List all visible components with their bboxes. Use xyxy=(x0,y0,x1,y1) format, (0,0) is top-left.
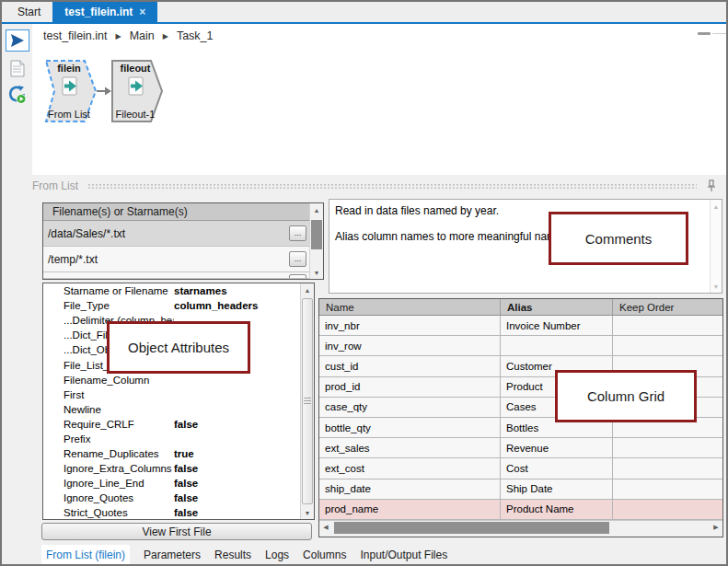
attributes-scrollbar[interactable]: ▲ ▼ xyxy=(300,283,314,519)
attribute-row[interactable]: Starname or Filenamestarnames xyxy=(43,283,300,298)
attribute-value: false xyxy=(174,419,300,430)
file-list-header-label: Filename(s) or Starname(s) xyxy=(52,205,188,218)
column-grid-hscrollbar[interactable]: ◀ ▶ xyxy=(319,520,722,535)
grid-cell xyxy=(501,336,613,355)
scroll-down-icon[interactable]: ▼ xyxy=(711,280,722,293)
column-header[interactable]: Keep Order xyxy=(613,299,722,315)
file-list-header[interactable]: Filename(s) or Starname(s) xyxy=(43,203,309,221)
attribute-row[interactable]: First xyxy=(43,387,300,402)
attribute-label: Filename_Column xyxy=(64,375,174,386)
grid-cell: ext_cost xyxy=(319,458,501,478)
column-header[interactable]: Alias xyxy=(501,299,613,315)
drag-grip[interactable] xyxy=(87,183,697,190)
bottom-tab[interactable]: Results xyxy=(214,549,251,561)
attribute-row[interactable]: Strict_Quotesfalse xyxy=(43,505,300,519)
grid-cell xyxy=(613,479,722,499)
attribute-row[interactable]: Ignore_Quotesfalse xyxy=(43,491,300,505)
attribute-row[interactable]: File_Typecolumn_headers xyxy=(43,298,300,313)
run-icon xyxy=(9,33,26,48)
grid-row[interactable]: prod_nameProduct Name xyxy=(319,500,722,520)
bottom-tab[interactable]: Input/Output Files xyxy=(360,549,447,561)
scrollbar-thumb[interactable] xyxy=(334,522,609,534)
node-fileout[interactable]: fileout Fileout-1 xyxy=(112,61,162,121)
grid-row[interactable]: ext_costCost xyxy=(319,458,722,479)
attribute-value: false xyxy=(174,507,300,518)
run-history-button[interactable] xyxy=(6,85,29,105)
splitter-line xyxy=(712,33,726,34)
attribute-label: Ignore_Extra_Columns xyxy=(64,463,174,474)
scroll-up-icon[interactable]: ▲ xyxy=(310,203,323,216)
attribute-row[interactable]: Newline xyxy=(43,402,300,417)
breadcrumb-item[interactable]: Task_1 xyxy=(177,29,214,42)
scroll-up-icon[interactable]: ▲ xyxy=(711,200,722,213)
attribute-label: Ignore_Quotes xyxy=(64,492,174,503)
attribute-value: false xyxy=(174,463,300,474)
file-list-table: Filename(s) or Starname(s) /data/Sales/*… xyxy=(42,202,324,280)
attribute-label: File_Type xyxy=(64,300,174,311)
document-tabbar: Starttest_filein.int× xyxy=(2,2,726,22)
bottom-tab[interactable]: From List (filein) xyxy=(41,545,130,565)
attribute-row[interactable]: Ignore_Line_Endfalse xyxy=(43,476,300,491)
document-tab[interactable]: test_filein.int× xyxy=(52,2,157,22)
scroll-down-icon[interactable]: ▼ xyxy=(301,506,314,519)
workflow-nodes: filein From List fileout Fileout-1 xyxy=(44,59,166,123)
attribute-label: Starname or Filename xyxy=(64,285,174,296)
bottom-tab[interactable]: Columns xyxy=(303,549,346,561)
attribute-label: Prefix xyxy=(64,433,174,445)
workflow-canvas[interactable]: filein From List fileout Fileout-1 xyxy=(32,48,726,175)
annotation-column-grid: Column Grid xyxy=(555,370,697,422)
node-name-label: Fileout-1 xyxy=(116,109,156,120)
close-icon[interactable]: × xyxy=(139,6,145,18)
file-row[interactable]: /data/Sales/*.txt... xyxy=(43,221,309,247)
grid-row[interactable]: ship_dateShip Date xyxy=(319,479,722,500)
node-type-label: filein xyxy=(57,63,81,74)
view-first-file-button[interactable]: View First File xyxy=(41,523,312,540)
column-grid-header: NameAliasKeep Order xyxy=(319,299,722,316)
attribute-label: Rename_Duplicates xyxy=(64,448,174,459)
breadcrumb-item[interactable]: test_filein.int xyxy=(43,29,107,42)
attribute-row[interactable]: Prefix xyxy=(43,432,300,446)
notes-button[interactable] xyxy=(6,58,29,78)
attribute-row[interactable]: Require_CRLFfalse xyxy=(43,417,300,432)
filename-cell: /data/Sales/*.txt xyxy=(43,227,289,240)
scroll-down-icon[interactable]: ▼ xyxy=(310,266,323,279)
attribute-label: Newline xyxy=(64,404,174,415)
breadcrumb-item[interactable]: Main xyxy=(130,29,155,42)
scrollbar-thumb[interactable] xyxy=(311,220,322,249)
panel-header[interactable]: From List xyxy=(2,177,726,195)
grid-cell: Revenue xyxy=(501,438,613,457)
grid-row[interactable]: inv_row xyxy=(319,336,722,356)
grid-cell: Cost xyxy=(501,458,613,478)
node-filein[interactable]: filein From List xyxy=(46,61,96,121)
run-history-icon xyxy=(7,85,28,105)
grid-cell: inv_row xyxy=(319,336,501,355)
attribute-value: column_headers xyxy=(174,300,300,311)
browse-button[interactable]: ... xyxy=(289,251,306,267)
file-row[interactable]: ... xyxy=(43,272,309,279)
scrollbar-thumb[interactable] xyxy=(302,298,313,504)
attribute-value: true xyxy=(174,448,300,459)
browse-button[interactable]: ... xyxy=(289,274,306,280)
browse-button[interactable]: ... xyxy=(289,225,306,241)
grid-row[interactable]: inv_nbrInvoice Number xyxy=(319,316,722,336)
scroll-right-icon[interactable]: ▶ xyxy=(710,521,722,535)
pin-icon[interactable] xyxy=(706,179,717,192)
attribute-row[interactable]: Ignore_Extra_Columnsfalse xyxy=(43,461,300,476)
file-list-rows: /data/Sales/*.txt.../temp/*.txt...... xyxy=(43,221,309,279)
attribute-row[interactable]: Rename_Duplicatestrue xyxy=(43,446,300,461)
file-row[interactable]: /temp/*.txt... xyxy=(43,247,309,272)
grid-row[interactable]: ext_salesRevenue xyxy=(319,438,722,458)
scroll-up-icon[interactable]: ▲ xyxy=(301,283,314,296)
attribute-row[interactable]: Filename_Column xyxy=(43,373,300,387)
splitter-handle[interactable] xyxy=(698,32,711,35)
bottom-tab[interactable]: Parameters xyxy=(144,549,201,561)
bottom-tab[interactable]: Logs xyxy=(265,549,289,561)
scroll-left-icon[interactable]: ◀ xyxy=(319,521,332,535)
column-header[interactable]: Name xyxy=(319,299,501,315)
attributes-grid: Starname or FilenamestarnamesFile_Typeco… xyxy=(42,283,315,520)
left-toolbar xyxy=(2,24,32,175)
file-list-scrollbar[interactable]: ▲ ▼ xyxy=(309,203,323,279)
run-button[interactable] xyxy=(6,29,29,52)
comments-scrollbar[interactable]: ▲ ▼ xyxy=(710,200,722,293)
document-tab[interactable]: Start xyxy=(6,2,52,22)
